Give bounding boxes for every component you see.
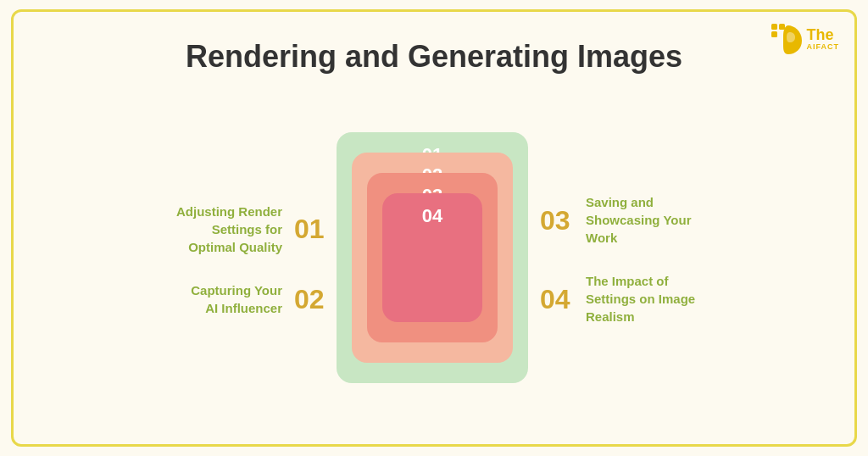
right-item-2-text: The Impact of Settings on Image Realism xyxy=(586,272,695,325)
right-item-1-line3: Work xyxy=(586,229,691,247)
svg-rect-1 xyxy=(779,24,785,30)
right-item-1-text: Saving and Showcasing Your Work xyxy=(586,193,691,247)
left-item-2-line2: AI Influencer xyxy=(191,299,282,317)
logo-text-container: The AIFACT xyxy=(807,27,840,51)
right-item-2-line1: The Impact of xyxy=(586,272,695,290)
left-item-2: Capturing Your AI Influencer 02 xyxy=(191,281,328,317)
left-item-2-text: Capturing Your AI Influencer xyxy=(191,281,282,317)
left-item-1-line3: Optimal Quality xyxy=(176,238,282,256)
right-item-1: 03 Saving and Showcasing Your Work xyxy=(540,193,691,247)
left-item-1: Adjusting Render Settings for Optimal Qu… xyxy=(176,203,328,256)
left-item-1-line2: Settings for xyxy=(176,220,282,238)
left-items: Adjusting Render Settings for Optimal Qu… xyxy=(91,203,328,317)
right-item-2: 04 The Impact of Settings on Image Reali… xyxy=(540,272,695,325)
left-item-1-line1: Adjusting Render xyxy=(176,203,282,220)
left-item-1-text: Adjusting Render Settings for Optimal Qu… xyxy=(176,203,282,256)
svg-rect-2 xyxy=(771,31,777,37)
right-item-2-line3: Realism xyxy=(586,308,695,325)
outer-border: The AIFACT Rendering and Generating Imag… xyxy=(11,9,857,447)
logo: The AIFACT xyxy=(770,22,840,56)
left-item-2-number: 02 xyxy=(294,286,328,313)
right-item-2-number: 04 xyxy=(540,286,574,313)
right-item-1-line1: Saving and xyxy=(586,193,691,211)
right-items: 03 Saving and Showcasing Your Work 04 Th… xyxy=(540,193,777,325)
logo-brand-name: The xyxy=(807,27,834,42)
center-boxes: 01 02 03 04 xyxy=(337,132,531,386)
right-item-1-line2: Showcasing Your xyxy=(586,211,691,229)
logo-icon xyxy=(770,22,804,56)
box-4: 04 xyxy=(382,193,482,322)
logo-subtext: AIFACT xyxy=(807,42,840,51)
box-4-label: 04 xyxy=(422,205,442,227)
left-item-2-line1: Capturing Your xyxy=(191,281,282,299)
left-item-1-number: 01 xyxy=(294,215,328,242)
content-area: Adjusting Render Settings for Optimal Qu… xyxy=(14,92,854,444)
right-item-1-number: 03 xyxy=(540,207,574,234)
page-title: Rendering and Generating Images xyxy=(186,39,682,75)
right-item-2-line2: Settings on Image xyxy=(586,290,695,308)
svg-rect-0 xyxy=(771,24,777,30)
